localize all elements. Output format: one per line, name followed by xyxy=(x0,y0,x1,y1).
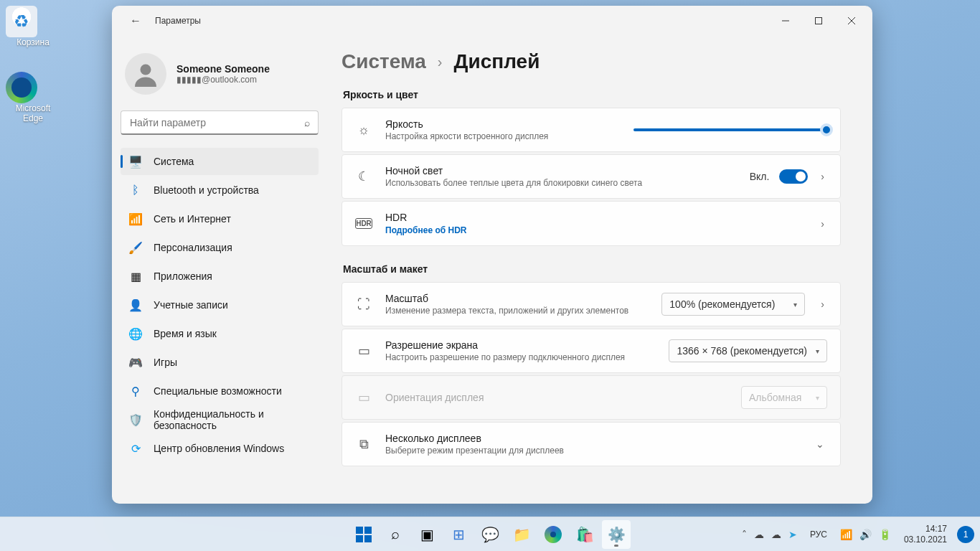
taskbar-explorer[interactable]: 📁 xyxy=(507,520,536,549)
tray-clock[interactable]: 14:17 03.10.2021 xyxy=(900,524,951,545)
settings-window: ← Параметры Someone Someone ▮▮▮▮▮@outloo… xyxy=(112,6,872,504)
maximize-button[interactable] xyxy=(802,9,835,32)
card-multimonitor[interactable]: ⧉ Несколько дисплеев Выберите режим през… xyxy=(341,422,841,466)
nav-bluetooth[interactable]: ᛒBluetooth и устройства xyxy=(121,176,319,204)
language-indicator[interactable]: РУС xyxy=(806,529,831,540)
nav-accessibility[interactable]: ⚲Специальные возможности xyxy=(121,377,319,405)
user-block[interactable]: Someone Someone ▮▮▮▮▮@outlook.com xyxy=(121,36,319,110)
taskbar-edge[interactable] xyxy=(539,520,567,549)
desktop-icon-edge[interactable]: Microsoft Edge xyxy=(6,72,60,124)
sun-icon: ☼ xyxy=(355,123,372,138)
onedrive-icon[interactable]: ☁ xyxy=(754,529,764,540)
resolution-icon: ▭ xyxy=(355,343,372,359)
nav-privacy[interactable]: 🛡️Конфиденциальность и безопасность xyxy=(121,406,319,433)
start-button[interactable] xyxy=(349,520,378,549)
taskbar-chat[interactable]: 💬 xyxy=(476,520,504,549)
app-title: Параметры xyxy=(155,16,201,26)
taskbar-settings[interactable]: ⚙️ xyxy=(602,520,631,549)
card-hdr[interactable]: HDR HDR Подробнее об HDR › xyxy=(341,201,841,246)
minimize-button[interactable] xyxy=(769,9,802,32)
taskbar: ⌕ ▣ ⊞ 💬 📁 🛍️ ⚙️ ˄ ☁ ☁ ➤ РУС 📶 🔊 🔋 14:17 … xyxy=(0,517,980,551)
search-input[interactable] xyxy=(121,110,319,135)
brightness-slider[interactable] xyxy=(633,128,827,131)
breadcrumb-parent[interactable]: Система xyxy=(341,50,426,73)
nav-update[interactable]: ⟳Центр обновления Windows xyxy=(121,435,319,462)
nav-apps[interactable]: ▦Приложения xyxy=(121,263,319,290)
nav-system[interactable]: 🖥️Система xyxy=(121,148,319,175)
hdr-title: HDR xyxy=(385,212,805,223)
taskbar-center: ⌕ ▣ ⊞ 💬 📁 🛍️ ⚙️ xyxy=(349,520,631,549)
titlebar: ← Параметры xyxy=(112,6,872,36)
breadcrumb: Система › Дисплей xyxy=(341,50,841,73)
nav-accounts[interactable]: 👤Учетные записи xyxy=(121,291,319,319)
telegram-icon[interactable]: ➤ xyxy=(788,529,797,540)
globe-icon: 🌐 xyxy=(129,327,142,340)
nav-network[interactable]: 📶Сеть и Интернет xyxy=(121,205,319,232)
update-icon: ⟳ xyxy=(129,442,142,455)
scale-title: Масштаб xyxy=(385,293,649,304)
tray-quick-settings[interactable]: 📶 🔊 🔋 xyxy=(834,524,897,545)
avatar xyxy=(125,53,166,95)
orientation-dropdown: Альбомная▾ xyxy=(741,386,827,409)
chevron-down-icon: ▾ xyxy=(793,301,797,309)
hdr-link[interactable]: Подробнее об HDR xyxy=(385,225,805,235)
edge-icon xyxy=(545,526,562,543)
tray-overflow[interactable]: ˄ ☁ ☁ ➤ xyxy=(736,529,803,540)
taskbar-widgets[interactable]: ⊞ xyxy=(444,520,473,549)
nav-personalization[interactable]: 🖌️Персонализация xyxy=(121,234,319,261)
chevron-right-icon[interactable]: › xyxy=(818,296,827,313)
search-icon: ⌕ xyxy=(391,526,400,542)
chevron-right-icon[interactable]: › xyxy=(818,215,827,232)
brightness-sub: Настройка яркости встроенного дисплея xyxy=(385,131,621,141)
nav-gaming[interactable]: 🎮Игры xyxy=(121,349,319,376)
windows-logo-icon xyxy=(356,527,372,542)
battery-icon: 🔋 xyxy=(879,529,891,540)
gamepad-icon: 🎮 xyxy=(129,356,142,369)
card-resolution: ▭ Разрешение экрана Настроить разрешение… xyxy=(341,329,841,373)
section-brightness-title: Яркость и цвет xyxy=(343,89,841,100)
taskbar-search[interactable]: ⌕ xyxy=(381,520,410,549)
chat-icon: 💬 xyxy=(481,526,499,543)
store-icon: 🛍️ xyxy=(576,526,594,543)
breadcrumb-current: Дисплей xyxy=(454,50,540,73)
cloud-icon[interactable]: ☁ xyxy=(771,529,781,540)
notification-badge[interactable]: 1 xyxy=(957,526,974,543)
hdr-icon: HDR xyxy=(355,218,372,229)
card-nightlight[interactable]: ☾ Ночной свет Использовать более теплые … xyxy=(341,154,841,199)
resolution-sub: Настроить разрешение по размеру подключе… xyxy=(385,352,656,362)
nav-time[interactable]: 🌐Время и язык xyxy=(121,320,319,347)
system-tray: ˄ ☁ ☁ ➤ РУС 📶 🔊 🔋 14:17 03.10.2021 1 xyxy=(736,517,980,551)
nightlight-state: Вкл. xyxy=(750,171,770,182)
taskbar-taskview[interactable]: ▣ xyxy=(413,520,441,549)
taskbar-store[interactable]: 🛍️ xyxy=(570,520,599,549)
search-icon: ⌕ xyxy=(304,117,310,128)
chevron-right-icon: › xyxy=(438,54,443,70)
window-controls xyxy=(769,9,868,32)
search-box: ⌕ xyxy=(121,110,319,135)
desktop-icon-recycle-bin[interactable]: Корзина xyxy=(6,6,60,47)
sidebar: Someone Someone ▮▮▮▮▮@outlook.com ⌕ 🖥️Си… xyxy=(112,36,327,504)
folder-icon: 📁 xyxy=(513,526,531,543)
tray-date: 03.10.2021 xyxy=(904,534,947,545)
volume-icon: 🔊 xyxy=(859,529,872,540)
desktop-icon-label: Microsoft Edge xyxy=(6,103,60,124)
brush-icon: 🖌️ xyxy=(129,241,142,254)
back-button[interactable]: ← xyxy=(125,10,146,32)
user-email: ▮▮▮▮▮@outlook.com xyxy=(176,75,270,85)
scale-sub: Изменение размера текста, приложений и д… xyxy=(385,306,649,316)
resolution-title: Разрешение экрана xyxy=(385,339,656,351)
nightlight-toggle[interactable] xyxy=(779,169,808,184)
card-scale[interactable]: ⛶ Масштаб Изменение размера текста, прил… xyxy=(341,282,841,326)
multimonitor-title: Несколько дисплеев xyxy=(385,433,800,444)
orientation-icon: ▭ xyxy=(355,390,372,405)
chevron-down-icon[interactable]: ⌄ xyxy=(813,435,827,453)
wifi-icon: 📶 xyxy=(840,529,852,540)
scale-dropdown[interactable]: 100% (рекомендуется)▾ xyxy=(661,293,805,316)
close-button[interactable] xyxy=(835,9,868,32)
resolution-dropdown[interactable]: 980 × 551 (рекомендуется)▾ xyxy=(669,339,827,362)
accessibility-icon: ⚲ xyxy=(129,385,142,397)
multimonitor-icon: ⧉ xyxy=(355,437,372,452)
chevron-up-icon[interactable]: ˄ xyxy=(742,529,747,540)
scale-icon: ⛶ xyxy=(355,297,372,312)
chevron-right-icon[interactable]: › xyxy=(818,168,827,185)
